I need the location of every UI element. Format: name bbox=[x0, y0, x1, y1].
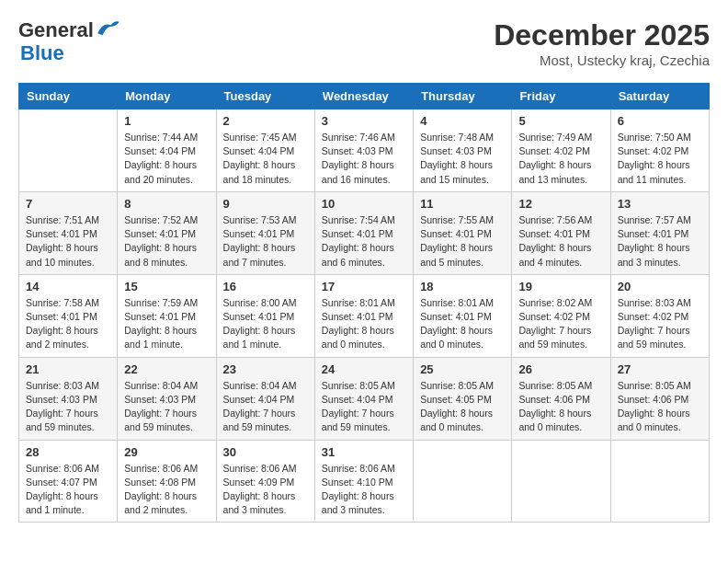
col-sunday: Sunday bbox=[19, 84, 118, 109]
table-row: 4Sunrise: 7:48 AMSunset: 4:03 PMDaylight… bbox=[414, 109, 512, 192]
day-info: Sunrise: 7:52 AMSunset: 4:01 PMDaylight:… bbox=[124, 213, 209, 270]
table-row: 19Sunrise: 8:02 AMSunset: 4:02 PMDayligh… bbox=[512, 274, 610, 357]
day-number: 26 bbox=[518, 362, 603, 376]
calendar-week-row: 14Sunrise: 7:58 AMSunset: 4:01 PMDayligh… bbox=[19, 274, 710, 357]
day-info: Sunrise: 8:04 AMSunset: 4:03 PMDaylight:… bbox=[124, 379, 209, 435]
day-info: Sunrise: 8:05 AMSunset: 4:06 PMDaylight:… bbox=[518, 379, 603, 435]
table-row: 7Sunrise: 7:51 AMSunset: 4:01 PMDaylight… bbox=[19, 191, 118, 274]
day-info: Sunrise: 8:00 AMSunset: 4:01 PMDaylight:… bbox=[223, 296, 308, 352]
day-info: Sunrise: 7:49 AMSunset: 4:02 PMDaylight:… bbox=[518, 131, 603, 187]
day-number: 17 bbox=[322, 280, 406, 293]
table-row: 6Sunrise: 7:50 AMSunset: 4:02 PMDaylight… bbox=[610, 109, 709, 192]
table-row: 5Sunrise: 7:49 AMSunset: 4:02 PMDaylight… bbox=[512, 109, 610, 192]
day-number: 18 bbox=[420, 280, 505, 293]
day-info: Sunrise: 7:45 AMSunset: 4:04 PMDaylight:… bbox=[223, 131, 308, 187]
table-row bbox=[414, 440, 512, 523]
day-info: Sunrise: 7:58 AMSunset: 4:01 PMDaylight:… bbox=[26, 296, 110, 352]
table-row: 17Sunrise: 8:01 AMSunset: 4:01 PMDayligh… bbox=[314, 274, 413, 357]
table-row: 11Sunrise: 7:55 AMSunset: 4:01 PMDayligh… bbox=[414, 191, 512, 274]
day-info: Sunrise: 7:55 AMSunset: 4:01 PMDaylight:… bbox=[420, 213, 505, 270]
day-number: 14 bbox=[26, 280, 110, 293]
day-number: 21 bbox=[26, 362, 110, 376]
table-row: 10Sunrise: 7:54 AMSunset: 4:01 PMDayligh… bbox=[314, 191, 413, 274]
day-number: 10 bbox=[322, 197, 406, 211]
month-year-title: December 2025 bbox=[494, 18, 710, 52]
calendar-week-row: 7Sunrise: 7:51 AMSunset: 4:01 PMDaylight… bbox=[19, 191, 710, 274]
col-saturday: Saturday bbox=[610, 84, 709, 109]
day-info: Sunrise: 7:51 AMSunset: 4:01 PMDaylight:… bbox=[26, 213, 110, 270]
table-row bbox=[610, 440, 709, 523]
table-row: 27Sunrise: 8:05 AMSunset: 4:06 PMDayligh… bbox=[610, 357, 709, 440]
table-row: 18Sunrise: 8:01 AMSunset: 4:01 PMDayligh… bbox=[414, 274, 512, 357]
col-monday: Monday bbox=[118, 84, 216, 109]
table-row: 14Sunrise: 7:58 AMSunset: 4:01 PMDayligh… bbox=[19, 274, 118, 357]
logo-text: General bbox=[18, 18, 121, 41]
day-number: 12 bbox=[518, 197, 603, 211]
day-number: 11 bbox=[420, 197, 505, 211]
day-number: 16 bbox=[223, 280, 308, 293]
table-row: 31Sunrise: 8:06 AMSunset: 4:10 PMDayligh… bbox=[314, 440, 413, 523]
table-row: 12Sunrise: 7:56 AMSunset: 4:01 PMDayligh… bbox=[512, 191, 610, 274]
table-row: 15Sunrise: 7:59 AMSunset: 4:01 PMDayligh… bbox=[118, 274, 216, 357]
day-info: Sunrise: 8:03 AMSunset: 4:03 PMDaylight:… bbox=[26, 379, 110, 435]
day-info: Sunrise: 8:02 AMSunset: 4:02 PMDaylight:… bbox=[518, 296, 603, 352]
logo-bird-icon bbox=[96, 18, 121, 37]
calendar-header-row: Sunday Monday Tuesday Wednesday Thursday… bbox=[19, 84, 710, 109]
day-number: 27 bbox=[618, 362, 702, 376]
day-number: 20 bbox=[618, 280, 702, 293]
day-number: 25 bbox=[420, 362, 505, 376]
day-number: 2 bbox=[223, 114, 308, 128]
day-number: 29 bbox=[124, 445, 209, 459]
table-row: 22Sunrise: 8:04 AMSunset: 4:03 PMDayligh… bbox=[118, 357, 216, 440]
calendar-week-row: 21Sunrise: 8:03 AMSunset: 4:03 PMDayligh… bbox=[19, 357, 710, 440]
day-info: Sunrise: 8:03 AMSunset: 4:02 PMDaylight:… bbox=[618, 296, 702, 352]
table-row: 8Sunrise: 7:52 AMSunset: 4:01 PMDaylight… bbox=[118, 191, 216, 274]
table-row: 16Sunrise: 8:00 AMSunset: 4:01 PMDayligh… bbox=[216, 274, 314, 357]
day-number: 24 bbox=[322, 362, 406, 376]
calendar-week-row: 28Sunrise: 8:06 AMSunset: 4:07 PMDayligh… bbox=[19, 440, 710, 523]
day-info: Sunrise: 7:53 AMSunset: 4:01 PMDaylight:… bbox=[223, 213, 308, 270]
page-header: General Blue December 2025 Most, Ustecky… bbox=[18, 18, 710, 68]
col-wednesday: Wednesday bbox=[314, 84, 413, 109]
table-row: 3Sunrise: 7:46 AMSunset: 4:03 PMDaylight… bbox=[314, 109, 413, 192]
table-row: 2Sunrise: 7:45 AMSunset: 4:04 PMDaylight… bbox=[216, 109, 314, 192]
table-row: 29Sunrise: 8:06 AMSunset: 4:08 PMDayligh… bbox=[118, 440, 216, 523]
table-row: 1Sunrise: 7:44 AMSunset: 4:04 PMDaylight… bbox=[118, 109, 216, 192]
day-number: 30 bbox=[223, 445, 308, 459]
day-info: Sunrise: 8:06 AMSunset: 4:07 PMDaylight:… bbox=[26, 462, 110, 518]
table-row: 28Sunrise: 8:06 AMSunset: 4:07 PMDayligh… bbox=[19, 440, 118, 523]
day-number: 13 bbox=[618, 197, 702, 211]
table-row: 23Sunrise: 8:04 AMSunset: 4:04 PMDayligh… bbox=[216, 357, 314, 440]
logo-blue-text: Blue bbox=[20, 41, 64, 64]
day-info: Sunrise: 8:06 AMSunset: 4:08 PMDaylight:… bbox=[124, 462, 209, 518]
day-info: Sunrise: 7:50 AMSunset: 4:02 PMDaylight:… bbox=[618, 131, 702, 187]
day-info: Sunrise: 7:46 AMSunset: 4:03 PMDaylight:… bbox=[322, 131, 406, 187]
location-subtitle: Most, Ustecky kraj, Czechia bbox=[494, 52, 710, 68]
day-info: Sunrise: 8:06 AMSunset: 4:09 PMDaylight:… bbox=[223, 462, 308, 518]
table-row: 20Sunrise: 8:03 AMSunset: 4:02 PMDayligh… bbox=[610, 274, 709, 357]
day-number: 23 bbox=[223, 362, 308, 376]
day-info: Sunrise: 7:48 AMSunset: 4:03 PMDaylight:… bbox=[420, 131, 505, 187]
day-number: 15 bbox=[124, 280, 209, 293]
day-number: 1 bbox=[124, 114, 209, 128]
day-info: Sunrise: 7:54 AMSunset: 4:01 PMDaylight:… bbox=[322, 213, 406, 270]
day-info: Sunrise: 8:01 AMSunset: 4:01 PMDaylight:… bbox=[420, 296, 505, 352]
day-info: Sunrise: 8:06 AMSunset: 4:10 PMDaylight:… bbox=[322, 462, 406, 518]
day-number: 28 bbox=[26, 445, 110, 459]
day-info: Sunrise: 8:05 AMSunset: 4:05 PMDaylight:… bbox=[420, 379, 505, 435]
calendar-week-row: 1Sunrise: 7:44 AMSunset: 4:04 PMDaylight… bbox=[19, 109, 710, 192]
col-tuesday: Tuesday bbox=[216, 84, 314, 109]
day-info: Sunrise: 7:56 AMSunset: 4:01 PMDaylight:… bbox=[518, 213, 603, 270]
day-info: Sunrise: 8:01 AMSunset: 4:01 PMDaylight:… bbox=[322, 296, 406, 352]
day-info: Sunrise: 7:44 AMSunset: 4:04 PMDaylight:… bbox=[124, 131, 209, 187]
table-row: 25Sunrise: 8:05 AMSunset: 4:05 PMDayligh… bbox=[414, 357, 512, 440]
logo: General Blue bbox=[18, 18, 121, 65]
day-info: Sunrise: 7:59 AMSunset: 4:01 PMDaylight:… bbox=[124, 296, 209, 352]
day-number: 8 bbox=[124, 197, 209, 211]
day-info: Sunrise: 8:04 AMSunset: 4:04 PMDaylight:… bbox=[223, 379, 308, 435]
table-row bbox=[512, 440, 610, 523]
table-row: 13Sunrise: 7:57 AMSunset: 4:01 PMDayligh… bbox=[610, 191, 709, 274]
day-info: Sunrise: 8:05 AMSunset: 4:04 PMDaylight:… bbox=[322, 379, 406, 435]
table-row: 21Sunrise: 8:03 AMSunset: 4:03 PMDayligh… bbox=[19, 357, 118, 440]
table-row bbox=[19, 109, 118, 192]
